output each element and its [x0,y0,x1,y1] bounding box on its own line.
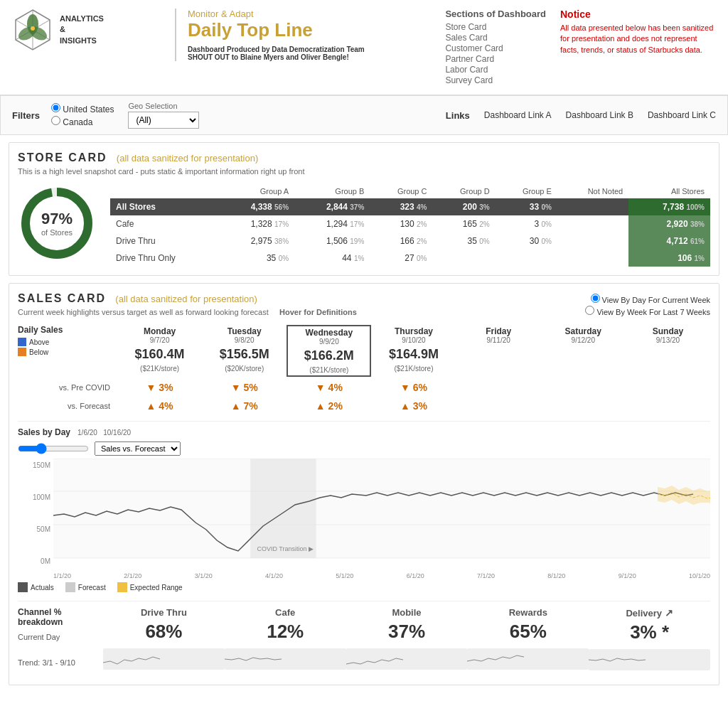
nav-store-card[interactable]: Store Card [445,22,546,32]
day-date: 9/7/20 [120,336,199,344]
channel-section: Channel % breakdown Current Day Trend: 3… [18,601,710,676]
channel-trend-mini [589,649,710,670]
pre-covid-val [456,380,541,395]
channel-item-name: Cafe [225,607,346,618]
title-main: Daily Top Line [188,19,365,41]
col-header-a: Group A [219,184,294,198]
day-date: 9/10/20 [374,336,453,344]
channel-item-name: Rewards [467,607,589,618]
view-option-a[interactable]: View By Day For Current Week [585,294,710,304]
col-header-d: Group D [432,184,495,198]
sales-header-left: SALES CARD (all data sanitized for prese… [18,292,585,316]
channel-item: Mobile 37% [346,607,468,675]
channel-item-value: 3% * [589,621,710,643]
channel-mini-chart [346,648,468,670]
col-header-nn: Not Noted [557,184,628,198]
channel-item-value: 65% [467,621,589,643]
filters-label: Filters [12,110,40,121]
day-name: Friday [459,326,538,336]
day-name: Tuesday [205,326,284,336]
logo-icon [11,9,54,51]
forecast-val: ▲ 3% [371,398,456,414]
day-column: Thursday 9/10/20 $164.9M ($21K/store) [371,325,456,377]
filters-bar: Filters United States Canada Geo Selecti… [0,95,728,135]
geo-select-dropdown[interactable]: (All) [128,112,199,129]
donut-chart: 97% of Stores [18,184,96,262]
logo-text: ANALYTICS & INSIGHTS [60,14,104,46]
forecast-val [541,398,626,414]
day-date: 9/9/20 [291,338,367,346]
chart-x-axis: 1/1/20 2/1/20 3/1/20 4/1/20 5/1/20 6/1/2… [53,572,710,579]
channel-trend-mini [467,648,589,670]
day-per-store: ($20K/store) [205,365,284,373]
legend-actuals: Actuals [18,582,54,592]
day-column: Saturday 9/12/20 [541,325,626,377]
nav-labor-card[interactable]: Labor Card [445,65,546,75]
day-column: Tuesday 9/8/20 $156.5M ($20K/store) [202,325,287,377]
donut-sub: of Stores [41,228,73,237]
store-table-header-row: Group A Group B Group C Group D Group E … [110,184,710,198]
forecast-val [626,398,710,414]
day-column: Monday 9/7/20 $160.4M ($21K/store) [117,325,202,377]
channel-item: Rewards 65% [467,607,589,675]
chart-range-slider[interactable] [18,443,89,454]
channel-mini-chart [589,649,710,670]
legend-above: Above [18,338,117,346]
view-option-b[interactable]: View By Week For Last 7 Weeks [585,306,710,316]
svg-text:COVID Transition ▶: COVID Transition ▶ [257,545,314,552]
chart-canvas-area: COVID Transition ▶ 1/1/20 2/1/20 3/1/20 … [53,459,710,579]
nav-survey-card[interactable]: Survey Card [445,75,546,85]
pre-covid-row: vs. Pre COVID ▼ 3%▼ 5%▼ 4%▼ 6% [18,380,710,395]
store-card-header: STORE CARD (all data sanitized for prese… [18,151,710,164]
pre-covid-val: ▼ 3% [117,380,202,395]
nav-sales-card[interactable]: Sales Card [445,33,546,43]
channel-item-value: 12% [225,621,346,643]
chart-area-wrapper: 150M 100M 50M 0M COVID Transition [18,459,710,579]
header: ANALYTICS & INSIGHTS Monitor & Adapt Dai… [0,0,728,95]
day-date: 9/13/20 [628,336,707,344]
title-area: Monitor & Adapt Daily Top Line Dashboard… [175,9,365,61]
day-amount: $156.5M [205,347,284,362]
credit-shoutout: SHOUT OUT to Blaine Myers and Oliver Ben… [188,53,349,61]
svg-point-7 [31,26,35,31]
day-name: Thursday [374,326,453,336]
nav-customer-card[interactable]: Customer Card [445,43,546,53]
chart-dropdown[interactable]: Sales vs. Forecast [95,441,181,456]
radio-canada[interactable]: Canada [51,116,114,127]
title-credit: Dashboard Produced by Data Democratizati… [188,46,365,61]
sales-card: SALES CARD (all data sanitized for prese… [9,283,719,685]
nav-partner-card[interactable]: Partner Card [445,54,546,64]
channel-trend-label: Trend: 3/1 - 9/10 [18,658,103,667]
channel-mini-chart [467,648,589,670]
channel-row-labels: Channel % breakdown Current Day Trend: 3… [18,607,103,667]
chart-title: Sales by Day [18,427,70,437]
store-card: STORE CARD (all data sanitized for prese… [9,142,719,276]
store-card-content: 97% of Stores Group A Group B Group C Gr… [18,184,710,267]
sales-card-desc: Current week highlights versus target as… [18,308,585,316]
day-date: 9/8/20 [205,336,284,344]
dashboard-link-a[interactable]: Dashboard Link A [484,110,552,120]
channel-item-name: Delivery ↗ [589,607,710,619]
channel-mini-chart [225,648,346,670]
hover-definitions[interactable]: Hover for Definitions [279,308,357,316]
dashboard-link-c[interactable]: Dashboard Link C [648,110,716,120]
channel-current-day-label: Current Day [18,633,103,641]
donut-label: 97% of Stores [41,210,73,237]
legend-above-icon [18,338,26,346]
chart-date-range: 1/6/20 10/16/20 [77,429,131,437]
dashboard-link-b[interactable]: Dashboard Link B [566,110,633,120]
sales-header: SALES CARD (all data sanitized for prese… [18,292,710,318]
links-label: Links [446,110,470,121]
day-name: Monday [120,326,199,336]
day-column: Wednesday 9/9/20 $166.2M ($21K/store) [287,325,371,377]
pre-covid-val: ▼ 6% [371,380,456,395]
svg-rect-15 [250,459,316,558]
col-header-b: Group B [294,184,370,198]
day-date: 9/11/20 [459,336,538,344]
day-amount: $166.2M [291,348,367,363]
radio-us[interactable]: United States [51,103,114,114]
store-card-desc: This is a high level snapshot card - put… [18,167,710,176]
chart-svg: COVID Transition ▶ [53,459,710,572]
channel-title: Channel % breakdown [18,607,103,627]
store-card-subtitle: (all data sanitized for presentation) [117,153,258,164]
